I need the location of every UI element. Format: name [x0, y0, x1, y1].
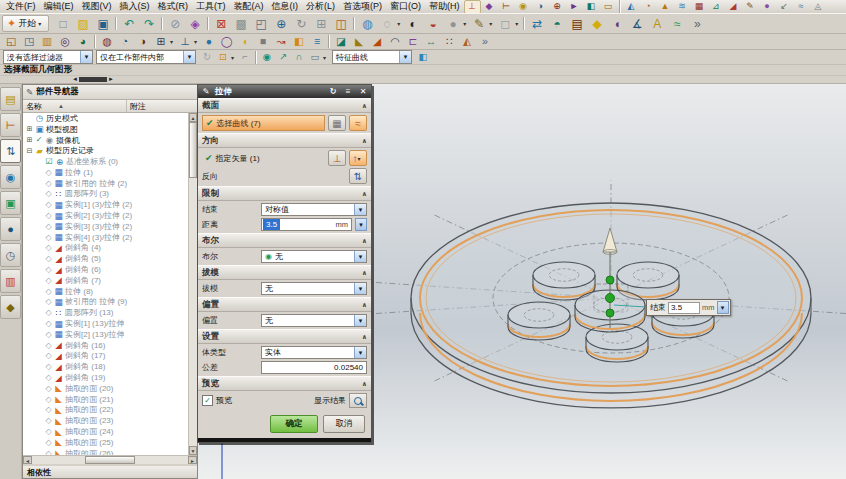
- intersect-icon[interactable]: ◑: [134, 34, 152, 49]
- measure-icon[interactable]: ∡: [627, 14, 647, 33]
- datum-axis-icon[interactable]: ⊢: [498, 0, 515, 13]
- edge-blend-icon[interactable]: ◠: [386, 34, 404, 49]
- tree-item[interactable]: ◇◣抽取的面 (20): [23, 383, 188, 394]
- shell-icon[interactable]: ◧: [290, 34, 308, 49]
- scrollbar-thumb[interactable]: [85, 456, 135, 464]
- curve-tool-icon[interactable]: ≈: [667, 14, 687, 33]
- rectangle-select-icon[interactable]: ▭: [307, 50, 323, 64]
- blend-icon[interactable]: ◖: [236, 34, 254, 49]
- tree-item[interactable]: ◇◣抽取的面 (21): [23, 394, 188, 405]
- boolean-combo[interactable]: ◉ 无 ▼: [261, 250, 367, 263]
- tolerance-input[interactable]: 0.02540: [261, 361, 367, 374]
- pattern-feature-icon[interactable]: ⊞: [152, 34, 170, 49]
- menu-4[interactable]: 格式(R): [154, 0, 193, 13]
- instance-feature-icon[interactable]: ∷: [440, 34, 458, 49]
- general-selection-icon[interactable]: ⊡: [215, 50, 231, 64]
- add-component-icon[interactable]: ⊕: [549, 0, 566, 13]
- column-name[interactable]: 名称 ▲: [23, 100, 127, 112]
- tree-item[interactable]: ◇◢倒斜角 (5): [23, 253, 188, 264]
- section-header-direction[interactable]: 方向 ∧: [198, 133, 371, 148]
- horizontal-scrollbar[interactable]: ◄ ►: [23, 455, 197, 464]
- section-header-limits[interactable]: 限制 ∧: [198, 186, 371, 201]
- tree-item[interactable]: ◇◢倒斜角 (19): [23, 372, 188, 383]
- face-tool-icon[interactable]: ◧: [583, 0, 600, 13]
- section-header-offset[interactable]: 偏置 ∧: [198, 297, 371, 312]
- assembly-constraints-icon[interactable]: ◓: [547, 14, 567, 33]
- constraint-navigator-tab[interactable]: ⊢: [0, 113, 21, 137]
- tree-item[interactable]: ◇▦实例[1] (3)/拉伸 (2): [23, 199, 188, 210]
- show-result-button[interactable]: [349, 393, 367, 408]
- synchronous-modeling-icon[interactable]: ◭: [458, 34, 476, 49]
- tree-item[interactable]: ◇▦拉伸 (8): [23, 286, 188, 297]
- dialog-title-bar[interactable]: ✎ 拉伸 ↻ ≡ ✕: [198, 85, 371, 98]
- body-type-combo[interactable]: 实体 ▼: [261, 346, 367, 359]
- datum-csys-icon[interactable]: ⊥: [176, 34, 194, 49]
- display-mode-icon[interactable]: ▩: [231, 14, 251, 33]
- sphere-tool-icon[interactable]: ●: [759, 0, 776, 13]
- mesh-tool-icon[interactable]: ▦: [691, 0, 708, 13]
- tree-item[interactable]: ◇▦实例[1] (13)/拉伸: [23, 318, 188, 329]
- curve-select-button[interactable]: ≈: [349, 115, 367, 131]
- selection-scope-combo[interactable]: 仅在工作部件内部 ▼: [96, 50, 196, 64]
- start-menu-button[interactable]: ✦ 开始 ▾: [2, 15, 49, 32]
- menu-9[interactable]: 首选项(P): [339, 0, 386, 13]
- snap-center-icon[interactable]: ◉: [515, 0, 532, 13]
- chevron-down-icon[interactable]: ▼: [183, 51, 195, 63]
- tree-item[interactable]: ◇▦实例[2] (13)/拉伸: [23, 329, 188, 340]
- tree-item[interactable]: ◇▦被引用的 拉伸 (2): [23, 178, 188, 189]
- reuse-library-tab[interactable]: ◉: [0, 165, 21, 189]
- csys-tool-icon[interactable]: ⊥: [464, 0, 481, 13]
- pan-view-icon[interactable]: ⊞: [311, 14, 331, 33]
- chevron-down-icon[interactable]: ▾: [515, 20, 521, 27]
- expand-icon[interactable]: ⊞: [25, 136, 34, 144]
- onscreen-spinner[interactable]: ▼: [717, 301, 729, 314]
- collapse-icon[interactable]: ∧: [362, 333, 367, 341]
- hd3d-tools-tab[interactable]: ▣: [0, 191, 21, 215]
- plane-tool-icon[interactable]: ▭: [600, 0, 617, 13]
- sketch-icon[interactable]: ◱: [2, 34, 20, 49]
- edit-object-display-icon[interactable]: ✎: [469, 14, 489, 33]
- tree-item[interactable]: ◷历史模式: [23, 113, 188, 124]
- annotate-tool-icon[interactable]: ✎: [742, 0, 759, 13]
- tree-item[interactable]: ◇▦实例[4] (3)/拉伸 (2): [23, 232, 188, 243]
- angle-tool-icon[interactable]: ⊿: [708, 0, 725, 13]
- tree-item[interactable]: ◇▦实例[2] (3)/拉伸 (2): [23, 210, 188, 221]
- arrow-tool-icon[interactable]: ↙: [776, 0, 793, 13]
- arrow-right-icon[interactable]: ►: [108, 76, 114, 82]
- preview-checkbox[interactable]: ✓: [202, 395, 213, 406]
- collapse-icon[interactable]: ∧: [362, 301, 367, 309]
- dependencies-section[interactable]: 相依性: [23, 464, 197, 478]
- scroll-down-icon[interactable]: ▼: [189, 446, 197, 455]
- offset-combo[interactable]: 无 ▼: [261, 314, 367, 327]
- show-hide-icon[interactable]: ◻: [495, 14, 515, 33]
- section-header-draft[interactable]: 拔模 ∧: [198, 265, 371, 280]
- refresh-selection-icon[interactable]: ↻: [199, 50, 215, 64]
- menu-6[interactable]: 装配(A): [230, 0, 268, 13]
- column-comment[interactable]: 附注: [127, 100, 197, 112]
- sketch-section-button[interactable]: ▦: [328, 115, 346, 131]
- tree-item[interactable]: ◇◢倒斜角 (6): [23, 264, 188, 275]
- tree-item[interactable]: ⊞▣模型视图: [23, 124, 188, 135]
- datum-plane-icon[interactable]: ◳: [20, 34, 38, 49]
- materials-icon[interactable]: ◆: [587, 14, 607, 33]
- pin-icon[interactable]: ✎: [26, 87, 33, 97]
- tree-item[interactable]: ◇◣抽取的面 (22): [23, 405, 188, 416]
- chamfer-icon[interactable]: ◢: [368, 34, 386, 49]
- snap-point-icon[interactable]: ◉: [259, 50, 275, 64]
- chevron-down-icon[interactable]: ▼: [354, 283, 366, 294]
- offset-face-icon[interactable]: ⊏: [404, 34, 422, 49]
- tree-item[interactable]: ◇◢倒斜角 (17): [23, 351, 188, 362]
- torus-feature-icon[interactable]: ◯: [218, 34, 236, 49]
- menu-3[interactable]: 插入(S): [116, 0, 154, 13]
- tree-item[interactable]: ◇◢倒斜角 (4): [23, 243, 188, 254]
- text-tool-icon[interactable]: A: [647, 14, 667, 33]
- chevron-down-icon[interactable]: ▼: [80, 51, 92, 63]
- scroll-right-icon[interactable]: ►: [188, 456, 197, 464]
- block-feature-icon[interactable]: ■: [254, 34, 272, 49]
- thread-icon[interactable]: ≡: [308, 34, 326, 49]
- sphere-feature-icon[interactable]: ●: [200, 34, 218, 49]
- tree-item[interactable]: ◇◣抽取的面 (25): [23, 437, 188, 448]
- point-tool-icon[interactable]: ◆: [481, 0, 498, 13]
- zoom-box-icon[interactable]: ◰: [251, 14, 271, 33]
- system-materials-tab[interactable]: ▥: [0, 269, 21, 293]
